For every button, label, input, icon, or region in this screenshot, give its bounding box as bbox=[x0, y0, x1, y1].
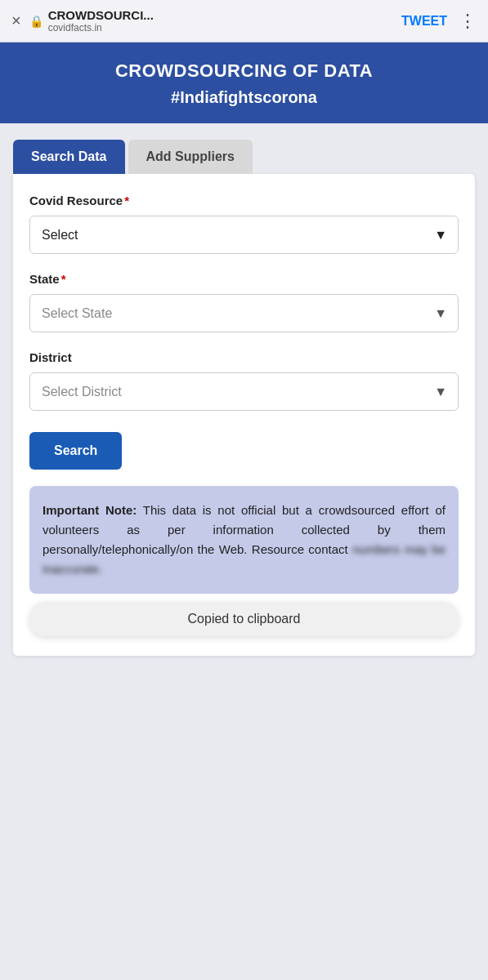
form-card: Covid Resource* Select ▼ State* Select S… bbox=[13, 174, 475, 656]
browser-actions: TWEET ⋮ bbox=[401, 11, 477, 32]
district-select-wrapper: Select District ▼ bbox=[29, 372, 459, 411]
main-content: Search Data Add Suppliers Covid Resource… bbox=[0, 123, 488, 672]
covid-resource-group: Covid Resource* Select ▼ bbox=[29, 194, 459, 254]
state-select-wrapper: Select State ▼ bbox=[29, 294, 459, 332]
covid-resource-select[interactable]: Select bbox=[29, 216, 459, 254]
search-button[interactable]: Search bbox=[29, 432, 122, 470]
page-header: CROWDSOURCING OF DATA #Indiafightscorona bbox=[0, 42, 488, 123]
page-subtitle: #Indiafightscorona bbox=[16, 88, 472, 107]
address-sub: covidfacts.in bbox=[48, 22, 154, 33]
tab-search-data[interactable]: Search Data bbox=[13, 140, 125, 174]
required-star-state: * bbox=[61, 272, 66, 286]
page-title: CROWDSOURCING OF DATA bbox=[16, 60, 472, 82]
district-label: District bbox=[29, 350, 459, 364]
state-group: State* Select State ▼ bbox=[29, 272, 459, 332]
tweet-button[interactable]: TWEET bbox=[401, 14, 447, 29]
note-bold-label: Important Note: bbox=[43, 503, 137, 517]
tabs-container: Search Data Add Suppliers bbox=[13, 140, 475, 174]
tab-add-suppliers[interactable]: Add Suppliers bbox=[128, 140, 253, 174]
address-main: CROWDSOURCI... bbox=[48, 8, 154, 22]
important-note: Important Note: This data is not officia… bbox=[29, 486, 459, 594]
state-select[interactable]: Select State bbox=[29, 294, 459, 332]
browser-bar: × 🔒 CROWDSOURCI... covidfacts.in TWEET ⋮ bbox=[0, 0, 488, 42]
covid-resource-label: Covid Resource* bbox=[29, 194, 459, 207]
clipboard-toast: Copied to clipboard bbox=[29, 602, 459, 636]
more-button[interactable]: ⋮ bbox=[459, 11, 477, 32]
address-bar: 🔒 CROWDSOURCI... covidfacts.in bbox=[29, 8, 393, 33]
covid-resource-select-wrapper: Select ▼ bbox=[29, 216, 459, 254]
lock-icon: 🔒 bbox=[29, 15, 43, 28]
district-group: District Select District ▼ bbox=[29, 350, 459, 411]
close-button[interactable]: × bbox=[11, 11, 21, 30]
state-label: State* bbox=[29, 272, 459, 286]
required-star: * bbox=[124, 194, 129, 207]
district-select[interactable]: Select District bbox=[29, 372, 459, 411]
